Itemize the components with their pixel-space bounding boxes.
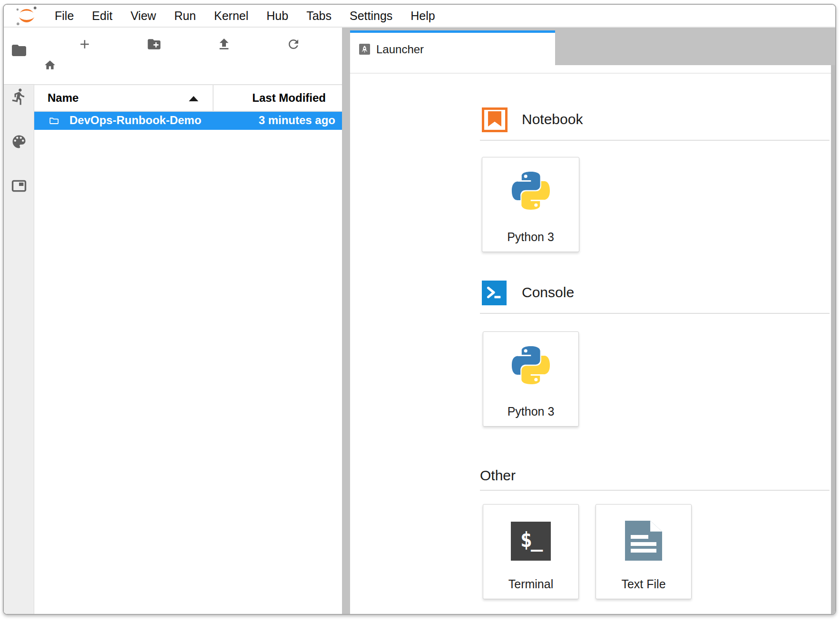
menu-item-help[interactable]: Help: [401, 5, 444, 27]
upload-button[interactable]: [189, 29, 259, 59]
file-browser-toolbar: [50, 29, 328, 59]
last-modified-column-header[interactable]: Last Modified: [252, 85, 326, 111]
refresh-button[interactable]: [259, 29, 328, 59]
main-tab-bar: Launcher: [342, 28, 835, 65]
section-title-notebook: Notebook: [522, 111, 583, 127]
tab-launcher[interactable]: Launcher: [350, 30, 555, 66]
home-breadcrumb-icon[interactable]: [44, 59, 56, 71]
files-folder-icon[interactable]: [10, 42, 28, 59]
launcher-card-text-file[interactable]: Text File: [596, 504, 692, 599]
card-label: Python 3: [482, 230, 579, 244]
refresh-icon: [286, 37, 301, 51]
upload-icon: [216, 37, 232, 52]
launcher-card-console-python3[interactable]: Python 3: [483, 331, 579, 427]
text-file-icon: [625, 521, 662, 561]
menu-item-tabs[interactable]: Tabs: [297, 5, 341, 27]
console-icon: [482, 281, 507, 305]
file-modified-time: 3 minutes ago: [259, 112, 335, 130]
bookmark-shape: [488, 111, 501, 126]
menu-item-hub[interactable]: Hub: [257, 5, 297, 27]
palette-icon[interactable]: [10, 133, 28, 150]
terminal-icon: $_: [511, 522, 551, 561]
section-title-console: Console: [522, 284, 574, 301]
section-divider: [480, 490, 830, 491]
running-man-icon[interactable]: [10, 87, 28, 106]
section-divider: [480, 140, 830, 141]
notebook-icon: [482, 107, 508, 132]
launcher-panel: Notebook Python 3 Console: [350, 65, 835, 614]
section-divider: [480, 313, 830, 314]
new-folder-icon: [147, 37, 162, 52]
scrollbar[interactable]: [831, 65, 835, 614]
column-divider: [213, 85, 214, 111]
card-label: Terminal: [483, 577, 578, 591]
python-logo: [508, 342, 554, 388]
menu-item-view[interactable]: View: [121, 5, 165, 27]
jupyterlab-screen: File Edit View Run Kernel Hub Tabs Setti…: [0, 0, 840, 622]
menu-item-kernel[interactable]: Kernel: [205, 5, 257, 27]
card-label: Python 3: [483, 405, 578, 418]
launcher-top-border: [350, 73, 835, 74]
menu-item-edit[interactable]: Edit: [83, 5, 121, 27]
tab-launcher-label: Launcher: [376, 43, 424, 56]
menu-item-file[interactable]: File: [46, 5, 83, 27]
name-column-header[interactable]: Name: [48, 85, 78, 111]
app-window: File Edit View Run Kernel Hub Tabs Setti…: [3, 4, 836, 615]
new-folder-button[interactable]: [119, 29, 189, 59]
menu-bar: File Edit View Run Kernel Hub Tabs Setti…: [4, 5, 835, 28]
menu-item-run[interactable]: Run: [165, 5, 205, 27]
jupyter-logo-icon: [13, 5, 40, 26]
launcher-rocket-icon: [359, 44, 370, 55]
plus-icon: [78, 37, 92, 51]
new-launcher-button[interactable]: [50, 29, 119, 59]
tabs-icon[interactable]: [10, 178, 28, 194]
python-logo: [508, 168, 554, 214]
panel-splitter[interactable]: [342, 28, 350, 614]
menu-item-settings[interactable]: Settings: [341, 5, 401, 27]
terminal-prompt-glyph: $_: [520, 528, 542, 554]
launcher-card-terminal[interactable]: $_ Terminal: [483, 504, 579, 599]
section-title-other: Other: [480, 467, 516, 484]
file-browser-panel: Name Last Modified DevOps-Runbook-Demo 3…: [34, 28, 342, 614]
left-sidebar: [4, 28, 34, 614]
card-label: Text File: [596, 577, 691, 591]
file-name: DevOps-Runbook-Demo: [69, 112, 201, 130]
file-list-header: Name Last Modified: [34, 84, 342, 112]
launcher-card-notebook-python3[interactable]: Python 3: [482, 157, 579, 252]
folder-icon: [48, 115, 61, 126]
sort-ascending-icon: [189, 96, 198, 101]
sidebar-background: [4, 84, 34, 614]
file-row-selected[interactable]: DevOps-Runbook-Demo 3 minutes ago: [34, 112, 342, 130]
